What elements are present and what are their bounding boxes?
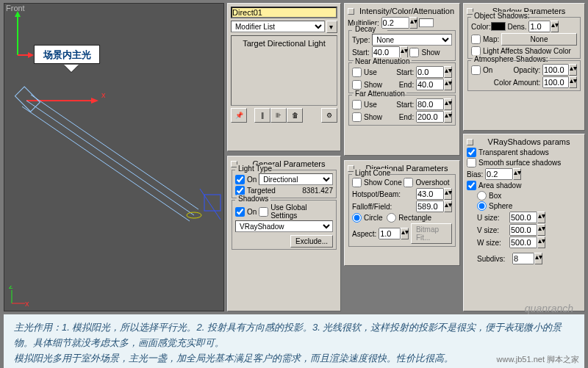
modifier-config-button[interactable]: ▾ (326, 21, 337, 33)
falloff-field[interactable] (416, 201, 444, 212)
object-shadows-group: Object Shadows: Color: Dens. ▴▾ Map: Non… (467, 17, 581, 59)
color-amount-field[interactable] (542, 76, 569, 88)
light-on-checkbox[interactable] (235, 175, 245, 184)
mini-axis-gizmo: zx (9, 286, 29, 306)
spinner-icon[interactable]: ▴▾ (409, 17, 417, 29)
use-global-checkbox[interactable] (259, 207, 268, 217)
far-use-checkbox[interactable] (352, 100, 362, 109)
site-link: www.jb51.net 脚本之家 (497, 354, 579, 365)
area-shadow-checkbox[interactable] (467, 181, 476, 190)
light-type-select[interactable]: Directional (259, 173, 333, 185)
vray-shadows-panel: VRayShadows params Transparent shadows S… (463, 134, 585, 311)
transparent-checkbox[interactable] (467, 148, 476, 157)
viewport-front[interactable]: Front 场景内主光 x zx (4, 3, 224, 311)
svg-line-13 (200, 189, 220, 220)
far-show-checkbox[interactable] (352, 112, 362, 122)
circle-radio[interactable] (352, 213, 362, 223)
sphere-radio[interactable] (477, 201, 487, 211)
atm-on-checkbox[interactable] (471, 65, 481, 75)
svg-marker-1 (15, 11, 21, 17)
modifier-stack-panel: Modifier List▾ Target Directional Light … (227, 3, 341, 151)
svg-rect-12 (204, 195, 220, 211)
atmosphere-shadows-group: Atmosphere Shadows: OnOpacity: ▴▾ Color … (467, 60, 581, 91)
decay-group: Decay Type: None Start: ▴▾ Show (348, 30, 456, 61)
opacity-field[interactable] (542, 64, 569, 76)
far-start-field[interactable] (416, 98, 444, 110)
stack-entry[interactable]: Target Directional Light (243, 39, 326, 48)
shadow-color-swatch[interactable] (491, 22, 506, 31)
svg-text:x: x (101, 90, 106, 99)
watermark: quanranch (525, 303, 573, 314)
pin-stack-icon[interactable]: 📌 (231, 108, 247, 123)
target-distance: 8381.427 (276, 187, 333, 195)
stack-toolbar: 📌 ‖ ⊪ 🗑 ⚙ (231, 108, 337, 123)
directional-panel: Directional Parameters Light Cone Show C… (344, 160, 460, 266)
exclude-button[interactable]: Exclude... (290, 235, 333, 248)
svg-rect-7 (15, 87, 40, 112)
w-size-field[interactable] (509, 237, 537, 248)
near-atten-group: Near Attenuation UseStart: ▴▾ ShowEnd: ▴… (348, 62, 456, 93)
object-name-field[interactable] (231, 7, 337, 18)
near-start-field[interactable] (416, 66, 444, 78)
overshoot-checkbox[interactable] (404, 178, 413, 187)
density-field[interactable] (528, 21, 551, 32)
u-size-field[interactable] (509, 212, 537, 223)
far-end-field[interactable] (416, 111, 444, 123)
shadows-group: Shadows On Use Global Settings VRayShado… (232, 200, 337, 250)
panel-title: VRayShadows params (476, 137, 581, 146)
svg-line-8 (26, 101, 194, 215)
smooth-checkbox[interactable] (467, 158, 476, 167)
axis-gizmo (13, 10, 35, 61)
subdivs-field[interactable] (512, 253, 534, 264)
svg-text:x: x (25, 299, 29, 306)
modifier-list-select[interactable]: Modifier List (231, 21, 325, 32)
svg-marker-3 (28, 52, 34, 58)
svg-text:z: z (9, 286, 13, 290)
show-cone-checkbox[interactable] (352, 178, 362, 187)
shadows-on-checkbox[interactable] (235, 207, 245, 217)
annotation-callout: 场景内主光 (34, 45, 100, 64)
svg-point-11 (187, 212, 201, 218)
decay-type-select[interactable]: None (372, 34, 452, 46)
svg-line-10 (22, 107, 190, 221)
near-show-checkbox[interactable] (352, 80, 362, 90)
intensity-panel: Intensity/Color/Attenuation Multiplier: … (344, 3, 460, 156)
unique-icon[interactable]: ⊪ (270, 108, 287, 123)
rectangle-radio[interactable] (387, 213, 396, 223)
color-swatch[interactable] (419, 18, 434, 27)
shadow-type-select[interactable]: VRayShadow (235, 220, 333, 232)
modifier-stack-list[interactable]: Target Directional Light (231, 35, 337, 106)
shadow-params-panel: Shadow Parameters Object Shadows: Color:… (463, 3, 585, 131)
remove-mod-icon[interactable]: 🗑 (287, 108, 303, 123)
configure-icon[interactable]: ⚙ (321, 108, 337, 123)
light-cone-group: Light Cone Show Cone Overshoot Hotspot/B… (348, 174, 456, 247)
show-result-icon[interactable]: ‖ (254, 108, 270, 123)
aspect-field[interactable] (379, 228, 401, 239)
near-end-field[interactable] (416, 79, 444, 90)
decay-show-checkbox[interactable] (409, 48, 419, 57)
bitmap-fit-button[interactable]: Bitmap Fit... (411, 223, 452, 244)
svg-line-9 (31, 95, 198, 209)
map-button[interactable]: None (501, 33, 577, 46)
map-checkbox[interactable] (471, 35, 481, 44)
bias-field[interactable] (485, 168, 513, 180)
panel-title: Intensity/Color/Attenuation (357, 7, 456, 15)
box-radio[interactable] (477, 191, 487, 201)
decay-start-field[interactable] (372, 46, 400, 58)
near-use-checkbox[interactable] (352, 68, 362, 77)
multiplier-field[interactable] (381, 17, 409, 29)
far-atten-group: Far Attenuation UseStart: ▴▾ ShowEnd: ▴▾ (348, 95, 456, 126)
general-parameters-panel: General Parameters Light Type On Directi… (227, 156, 341, 311)
svg-marker-5 (91, 98, 98, 104)
hotspot-field[interactable] (416, 188, 444, 200)
v-size-field[interactable] (509, 224, 537, 236)
